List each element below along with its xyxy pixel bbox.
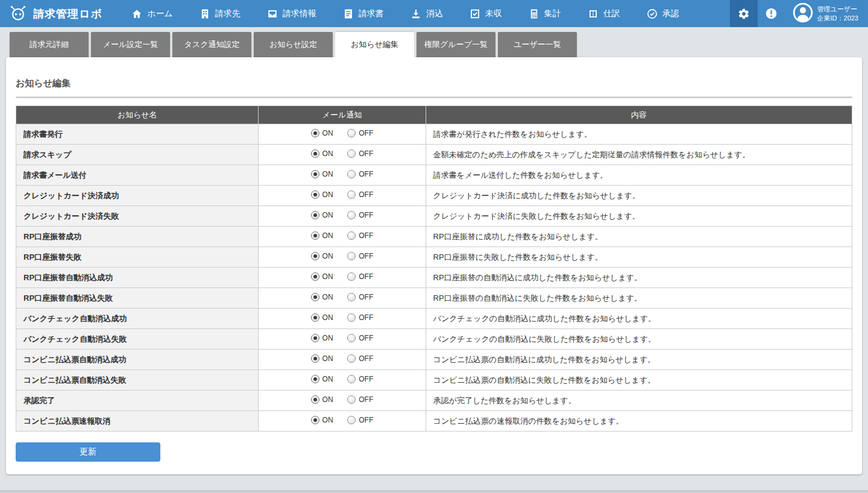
mail-notify-cell: ON OFF — [259, 247, 426, 268]
radio-off-icon — [347, 129, 356, 137]
radio-off-option[interactable]: OFF — [347, 252, 373, 260]
radio-on-option[interactable]: ON — [311, 231, 333, 240]
nav-item-label: 請求書 — [359, 8, 384, 19]
radio-on-option[interactable]: ON — [311, 334, 333, 342]
radio-on-option[interactable]: ON — [311, 395, 333, 404]
radio-on-label: ON — [322, 416, 333, 424]
notice-description-cell: RP口座振替の自動消込に成功した件数をお知らせします。 — [426, 268, 852, 288]
radio-off-option[interactable]: OFF — [347, 170, 373, 178]
nav-item-5[interactable]: 未収 — [456, 0, 515, 27]
radio-on-option[interactable]: ON — [311, 190, 333, 199]
radio-off-option[interactable]: OFF — [347, 231, 373, 240]
exclamation-icon — [765, 7, 778, 20]
radio-on-option[interactable]: ON — [311, 149, 333, 158]
table-row: RP口座振替自動消込成功 ON OFF RP口座振替の自動消込に成功した件数をお… — [16, 268, 852, 288]
nav-item-7[interactable]: 仕訳 — [574, 0, 634, 27]
tab-bar: 請求元詳細 メール設定一覧 タスク通知設定 お知らせ設定 お知らせ編集 権限グル… — [0, 27, 868, 57]
radio-off-label: OFF — [359, 375, 373, 383]
radio-on-option[interactable]: ON — [311, 354, 333, 363]
table-row: クレジットカード決済失敗 ON OFF クレジットカード決済に失敗した件数をお知… — [16, 206, 852, 227]
nav-item-4[interactable]: 消込 — [397, 0, 456, 27]
radio-on-option[interactable]: ON — [311, 272, 333, 281]
settings-tile[interactable] — [730, 0, 758, 27]
radio-off-option[interactable]: OFF — [347, 416, 373, 424]
radio-off-option[interactable]: OFF — [347, 129, 373, 137]
radio-off-icon — [347, 170, 356, 178]
tab-4[interactable]: お知らせ編集 — [335, 32, 414, 57]
radio-on-option[interactable]: ON — [311, 313, 333, 322]
tab-2[interactable]: タスク通知設定 — [172, 32, 251, 57]
radio-off-option[interactable]: OFF — [347, 272, 373, 281]
radio-on-icon — [311, 231, 319, 240]
notice-description-cell: RP口座振替に失敗した件数をお知らせします。 — [426, 247, 852, 268]
mail-notify-cell: ON OFF — [259, 329, 426, 350]
radio-on-label: ON — [322, 190, 333, 199]
radio-off-option[interactable]: OFF — [347, 334, 373, 342]
radio-off-label: OFF — [359, 149, 373, 158]
nav-item-label: 請求情報 — [283, 8, 316, 19]
radio-off-option[interactable]: OFF — [347, 313, 373, 322]
radio-off-option[interactable]: OFF — [347, 149, 373, 158]
check-square-icon — [470, 8, 480, 19]
notice-name-cell: バンクチェック自動消込失敗 — [16, 329, 259, 350]
radio-on-option[interactable]: ON — [311, 211, 333, 219]
radio-on-option[interactable]: ON — [311, 129, 333, 137]
radio-off-option[interactable]: OFF — [347, 293, 373, 301]
radio-off-label: OFF — [359, 293, 373, 301]
mail-notify-cell: ON OFF — [259, 288, 426, 309]
notice-description-cell: RP口座振替の自動消込に失敗した件数をお知らせします。 — [426, 288, 852, 309]
tab-0[interactable]: 請求元詳細 — [10, 32, 89, 57]
radio-off-option[interactable]: OFF — [347, 395, 373, 404]
notice-name-cell: コンビニ払込票速報取消 — [16, 411, 259, 432]
nav-item-0[interactable]: ホーム — [118, 0, 186, 27]
radio-off-label: OFF — [359, 334, 373, 342]
mail-notify-cell: ON OFF — [259, 350, 426, 370]
table-row: 請求書発行 ON OFF 請求書が発行された件数をお知らせします。 — [16, 124, 852, 145]
inbox-icon — [267, 8, 278, 19]
nav-menu: ホーム 請求先 請求情報 請求書 消込 未収 集計 仕訳 承認 — [118, 0, 693, 27]
notice-description-cell: 金額未確定のため売上の作成をスキップした定期従量の請求情報件数をお知らせします。 — [426, 145, 852, 165]
tab-5[interactable]: 権限グループ一覧 — [417, 32, 495, 57]
radio-off-option[interactable]: OFF — [347, 375, 373, 383]
radio-on-icon — [311, 149, 319, 158]
radio-on-option[interactable]: ON — [311, 375, 333, 383]
update-button[interactable]: 更新 — [16, 442, 160, 462]
nav-item-2[interactable]: 請求情報 — [254, 0, 330, 27]
radio-on-option[interactable]: ON — [311, 252, 333, 260]
radio-on-option[interactable]: ON — [311, 293, 333, 301]
radio-off-option[interactable]: OFF — [347, 190, 373, 199]
radio-off-option[interactable]: OFF — [347, 211, 373, 219]
notice-name-cell: クレジットカード決済成功 — [16, 186, 259, 206]
notice-description-cell: コンビニ払込票の自動消込に失敗した件数をお知らせします。 — [426, 370, 852, 391]
robot-logo-icon — [8, 4, 28, 24]
notice-description-cell: 請求書をメール送付した件数をお知らせします。 — [426, 165, 852, 186]
radio-on-label: ON — [322, 293, 333, 301]
tab-1[interactable]: メール設定一覧 — [91, 32, 170, 57]
tab-3[interactable]: お知らせ設定 — [254, 32, 333, 57]
nav-item-1[interactable]: 請求先 — [186, 0, 254, 27]
journal-icon — [588, 8, 599, 19]
radio-on-option[interactable]: ON — [311, 170, 333, 178]
notice-description-cell: コンビニ払込票の自動消込に成功した件数をお知らせします。 — [426, 350, 852, 370]
nav-item-8[interactable]: 承認 — [634, 0, 693, 27]
radio-on-label: ON — [322, 129, 333, 137]
tab-6[interactable]: ユーザー一覧 — [498, 32, 577, 57]
table-row: バンクチェック自動消込成功 ON OFF バンクチェックの自動消込に成功した件数… — [16, 309, 852, 329]
radio-off-icon — [347, 354, 356, 363]
radio-off-option[interactable]: OFF — [347, 354, 373, 363]
nav-item-label: 消込 — [426, 8, 443, 19]
gear-icon — [738, 8, 750, 20]
notice-name-cell: バンクチェック自動消込成功 — [16, 309, 259, 329]
radio-on-icon — [311, 313, 319, 322]
radio-on-option[interactable]: ON — [311, 416, 333, 424]
radio-off-label: OFF — [359, 190, 373, 199]
header-mail-notify: メール通知 — [259, 106, 426, 124]
nav-item-label: 仕訳 — [603, 8, 620, 19]
radio-off-label: OFF — [359, 170, 373, 178]
nav-item-6[interactable]: 集計 — [515, 0, 574, 27]
brand[interactable]: 請求管理ロボ — [0, 4, 107, 24]
user-menu[interactable]: 管理ユーザー 企業ID：2023 — [785, 2, 868, 25]
radio-off-label: OFF — [359, 313, 373, 322]
nav-item-3[interactable]: 請求書 — [330, 0, 397, 27]
alert-tile[interactable] — [758, 0, 785, 27]
